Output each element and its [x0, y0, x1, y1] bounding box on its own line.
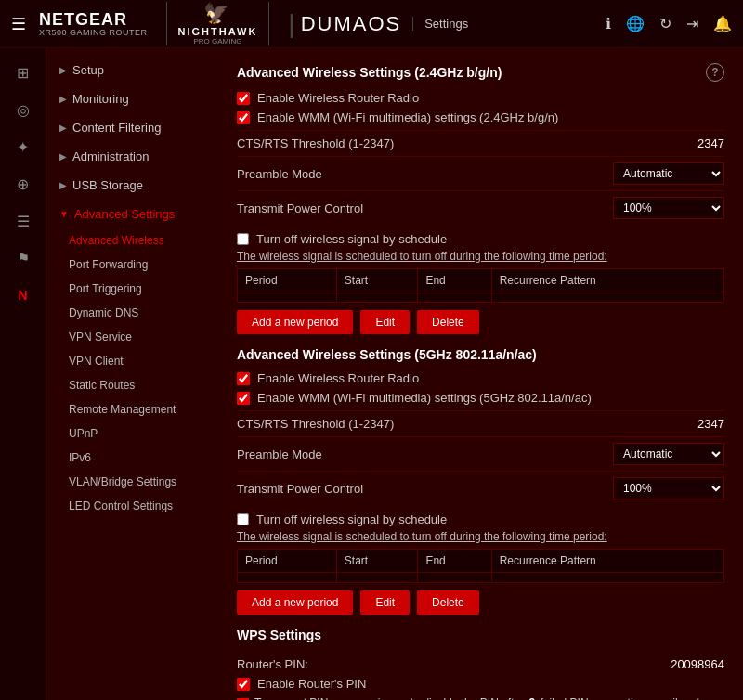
enable-wmm-5ghz-checkbox[interactable]	[237, 392, 250, 405]
enable-wmm-24ghz-label: Enable WMM (Wi-Fi multimedia) settings (…	[257, 110, 558, 124]
table-btns-5ghz: Add a new period Edit Delete	[237, 590, 724, 615]
bell-icon[interactable]: 🔔	[713, 15, 732, 32]
nav-sub-remote-management[interactable]: Remote Management	[46, 397, 218, 421]
refresh-icon[interactable]: ↻	[659, 15, 671, 32]
nav-item-monitoring[interactable]: ▶ Monitoring	[46, 84, 218, 113]
nav-sub-vlan-bridge[interactable]: VLAN/Bridge Settings	[46, 470, 218, 494]
nav-label-monitoring: Monitoring	[72, 92, 129, 106]
add-period-5ghz-button[interactable]: Add a new period	[237, 590, 353, 615]
add-period-24ghz-button[interactable]: Add a new period	[237, 310, 353, 334]
tx-power-24ghz-label: Transmit Power Control	[237, 201, 613, 215]
nav-label-advanced-settings: Advanced Settings	[74, 207, 175, 221]
nav-sub-static-routes[interactable]: Static Routes	[46, 373, 218, 397]
nav-arrow-monitoring: ▶	[59, 94, 67, 104]
nav-sub-led-control[interactable]: LED Control Settings	[46, 494, 218, 518]
globe-icon[interactable]: 🌐	[626, 15, 645, 32]
nav-item-setup[interactable]: ▶ Setup	[46, 56, 218, 84]
content-inner: Advanced Wireless Settings (2.4GHz b/g/n…	[218, 48, 743, 700]
section-5ghz-title: Advanced Wireless Settings (5GHz 802.11a…	[237, 347, 537, 362]
nav-sub-upnp[interactable]: UPnP	[46, 421, 218, 446]
header-icons: ℹ 🌐 ↻ ⇥ 🔔	[606, 15, 732, 32]
nav-item-content-filtering[interactable]: ▶ Content Filtering	[46, 113, 218, 142]
preamble-24ghz-select[interactable]: Automatic Long Short	[613, 162, 724, 185]
schedule-24ghz-row: Turn off wireless signal by schedule	[237, 232, 724, 246]
table-row-5ghz	[238, 573, 724, 583]
enable-pin-checkbox[interactable]	[237, 678, 250, 691]
sidebar-icon-network[interactable]: ⊕	[7, 167, 40, 201]
nav-arrow-administration: ▶	[59, 151, 67, 162]
sidebar-icons: ⊞ ◎ ✦ ⊕ ☰ ⚑ N	[0, 48, 46, 700]
period-col-5ghz: Period	[238, 550, 337, 573]
dumaos-brand: | DUMAOS Settings	[288, 9, 468, 39]
sidebar-icon-monitoring[interactable]: ◎	[7, 93, 40, 126]
nav-sub-vpn-service[interactable]: VPN Service	[46, 325, 218, 349]
router-pin-row: Router's PIN: 20098964	[237, 652, 724, 677]
nav-sub-dynamic-dns[interactable]: Dynamic DNS	[46, 301, 218, 325]
dumaos-label: DUMAOS	[301, 12, 402, 36]
auto-disable-row: To prevent PIN compromise, auto disable …	[237, 696, 724, 700]
sidebar-icon-flag[interactable]: ⚑	[7, 241, 40, 275]
nav-item-usb-storage[interactable]: ▶ USB Storage	[46, 171, 218, 200]
nighthawk-label: NIGHTHAWK	[178, 26, 258, 37]
period-col-24ghz: Period	[238, 269, 337, 292]
enable-wmm-24ghz-checkbox[interactable]	[237, 111, 250, 124]
content-area: Advanced Wireless Settings (2.4GHz b/g/n…	[218, 48, 743, 700]
enable-router-radio-24ghz-row: Enable Wireless Router Radio	[237, 91, 724, 105]
schedule-24ghz-checkbox[interactable]	[237, 233, 249, 245]
enable-router-radio-24ghz-label: Enable Wireless Router Radio	[257, 91, 419, 105]
nighthawk-bird-icon: 🦅	[203, 2, 228, 26]
enable-pin-row: Enable Router's PIN	[237, 677, 724, 691]
brand-name: NETGEAR	[39, 11, 148, 28]
delete-period-24ghz-button[interactable]: Delete	[417, 310, 479, 334]
nav-item-advanced-settings[interactable]: ▼ Advanced Settings	[46, 200, 218, 228]
nav-arrow-usb-storage: ▶	[59, 180, 67, 190]
brand-logo: NETGEAR XR500 GAMING ROUTER	[39, 11, 148, 37]
nav-sub-advanced-wireless[interactable]: Advanced Wireless	[46, 228, 218, 253]
tx-power-5ghz-select[interactable]: 100% 75% 50% 25%	[613, 477, 724, 499]
preamble-24ghz-row: Preamble Mode Automatic Long Short	[237, 156, 724, 190]
end-col-24ghz: End	[418, 269, 491, 292]
enable-pin-label: Enable Router's PIN	[257, 677, 366, 691]
preamble-5ghz-select[interactable]: Automatic Long Short	[613, 443, 724, 465]
preamble-5ghz-label: Preamble Mode	[237, 447, 613, 461]
info-icon[interactable]: ℹ	[606, 15, 611, 32]
section-24ghz-title: Advanced Wireless Settings (2.4GHz b/g/n…	[237, 65, 502, 80]
cts-rts-24ghz-label: CTS/RTS Threshold (1-2347)	[237, 136, 650, 150]
cts-rts-24ghz-row: CTS/RTS Threshold (1-2347) 2347	[237, 130, 724, 156]
period-table-5ghz: Period Start End Recurrence Pattern	[237, 549, 724, 583]
tx-power-24ghz-select[interactable]: 100% 75% 50% 25%	[613, 197, 724, 219]
cts-rts-5ghz-row: CTS/RTS Threshold (1-2347) 2347	[237, 410, 724, 436]
nav-item-administration[interactable]: ▶ Administration	[46, 142, 218, 171]
nav-sub-ipv6[interactable]: IPv6	[46, 446, 218, 470]
help-icon-24ghz[interactable]: ?	[706, 63, 724, 82]
cts-rts-5ghz-label: CTS/RTS Threshold (1-2347)	[237, 417, 650, 431]
divider-line: |	[288, 9, 294, 39]
preamble-24ghz-label: Preamble Mode	[237, 167, 613, 181]
auto-disable-text-1: To prevent PIN compromise, auto disable …	[254, 696, 524, 700]
schedule-5ghz-row: Turn off wireless signal by schedule	[237, 512, 724, 526]
sidebar-icon-n[interactable]: N	[7, 279, 40, 312]
menu-icon[interactable]: ☰	[11, 14, 26, 34]
schedule-5ghz-label: Turn off wireless signal by schedule	[256, 512, 447, 526]
sidebar-icon-geo[interactable]: ✦	[7, 130, 40, 163]
enable-router-radio-24ghz-checkbox[interactable]	[237, 92, 250, 105]
cts-rts-5ghz-value: 2347	[650, 417, 724, 431]
nav-sub-vpn-client[interactable]: VPN Client	[46, 349, 218, 373]
nav-sub-port-triggering[interactable]: Port Triggering	[46, 277, 218, 301]
delete-period-5ghz-button[interactable]: Delete	[417, 590, 479, 615]
preamble-5ghz-row: Preamble Mode Automatic Long Short	[237, 436, 724, 471]
signout-icon[interactable]: ⇥	[686, 15, 698, 32]
enable-router-radio-5ghz-label: Enable Wireless Router Radio	[257, 371, 419, 385]
sidebar-icon-settings[interactable]: ☰	[7, 204, 40, 238]
sidebar-icon-dashboard[interactable]: ⊞	[7, 56, 40, 89]
enable-wmm-24ghz-row: Enable WMM (Wi-Fi multimedia) settings (…	[237, 110, 724, 124]
edit-period-5ghz-button[interactable]: Edit	[360, 590, 410, 615]
edit-period-24ghz-button[interactable]: Edit	[360, 310, 410, 334]
enable-router-radio-5ghz-checkbox[interactable]	[237, 372, 250, 385]
left-nav: ▶ Setup ▶ Monitoring ▶ Content Filtering…	[46, 48, 218, 700]
router-pin-value: 20098964	[671, 657, 724, 671]
schedule-5ghz-checkbox[interactable]	[237, 513, 249, 525]
nav-sub-port-forwarding[interactable]: Port Forwarding	[46, 253, 218, 277]
table-row-24ghz	[238, 292, 724, 303]
router-pin-label: Router's PIN:	[237, 657, 308, 671]
